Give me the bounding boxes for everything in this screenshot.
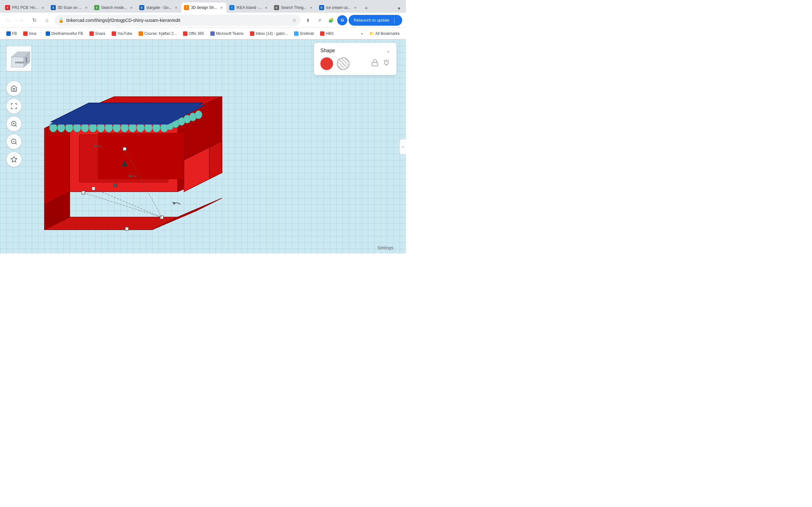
relaunch-more-icon: ⋮ xyxy=(392,17,397,24)
svg-line-15 xyxy=(388,60,389,61)
svg-marker-26 xyxy=(209,141,222,179)
svg-point-29 xyxy=(49,123,57,132)
svg-line-51 xyxy=(84,193,162,217)
bookmark-sniðmat-label: Sniðmát xyxy=(300,32,314,36)
tab-title-fr1: FR1 PCB: Ho... xyxy=(12,5,38,10)
tab-ikea[interactable]: I IKEA Ísland -... ✕ xyxy=(227,3,271,13)
lock-icon[interactable] xyxy=(371,59,379,68)
nav-bar: ← → ↻ ⌂ 🔒 tinkercad.com/things/jrl2ntogp… xyxy=(0,13,406,28)
bookmarks-bar: FB Inna Dreifnámsvefur FB Snara YouTube … xyxy=(0,28,406,39)
address-bar[interactable]: 🔒 tinkercad.com/things/jrl2ntogpCD-shiny… xyxy=(55,14,300,26)
tab-overflow-button[interactable]: ▾ xyxy=(395,4,403,13)
forward-button[interactable]: → xyxy=(16,15,27,25)
security-icon: 🔒 xyxy=(58,18,64,23)
relaunch-button[interactable]: Relaunch to update ⋮ xyxy=(349,15,402,26)
home-nav-button[interactable]: ⌂ xyxy=(42,15,52,25)
tab-favicon-3ddesign: T xyxy=(184,5,189,10)
back-button[interactable]: ← xyxy=(4,15,14,25)
tab-stargate[interactable]: G stargate - Go... ✕ xyxy=(137,3,181,13)
nav-actions: ⬇ ↗ 🧩 G Relaunch to update ⋮ xyxy=(303,15,402,26)
handle-center xyxy=(113,184,117,187)
tab-close-icecream[interactable]: ✕ xyxy=(353,5,358,10)
bookmark-hbs[interactable]: HBS xyxy=(317,30,336,37)
svg-point-31 xyxy=(65,123,73,132)
counter-shelf xyxy=(79,133,184,182)
svg-point-35 xyxy=(97,123,105,132)
settings-label[interactable]: Settings xyxy=(377,245,393,250)
bookmark-fb-label: FB xyxy=(12,32,17,36)
svg-point-42 xyxy=(153,123,160,132)
svg-line-14 xyxy=(384,60,385,61)
bookmark-youtube-label: YouTube xyxy=(117,32,132,36)
bulb-icon[interactable] xyxy=(383,59,390,68)
tab-title-3ddesign: 3D design Sh... xyxy=(191,5,217,10)
bookmarks-more-label: » xyxy=(361,32,363,36)
profile-icon[interactable]: G xyxy=(337,15,347,25)
tab-favicon-3dscan: 3 xyxy=(51,5,56,10)
tab-searchthings[interactable]: S Search Thing... ✕ xyxy=(271,3,316,13)
tab-icecream[interactable]: G ice cream ca... ✕ xyxy=(316,3,360,13)
svg-point-33 xyxy=(81,123,89,132)
solid-shape-button[interactable] xyxy=(320,57,333,70)
svg-point-34 xyxy=(89,123,97,132)
tab-close-3dscan[interactable]: ✕ xyxy=(84,5,89,10)
bookmark-fb[interactable]: FB xyxy=(4,30,19,37)
tab-3dscan[interactable]: 3 3D Scan on ... ✕ xyxy=(48,3,91,13)
svg-point-39 xyxy=(129,123,136,132)
tinkercad-viewport: FRONT RIGHT xyxy=(0,40,406,253)
extensions-icon[interactable]: 🧩 xyxy=(326,15,336,25)
tab-3ddesign[interactable]: T 3D design Sh... ✕ xyxy=(182,3,226,13)
tab-close-fr1[interactable]: ✕ xyxy=(40,5,45,10)
bookmark-msteams[interactable]: Microsoft Teams xyxy=(208,30,246,37)
tab-close-3ddesign[interactable]: ✕ xyxy=(219,5,224,10)
hole-shape-button[interactable] xyxy=(337,57,350,70)
bookmark-youtube[interactable]: YouTube xyxy=(109,30,135,37)
tab-close-searchmode[interactable]: ✕ xyxy=(129,5,134,10)
svg-point-30 xyxy=(57,123,65,132)
shape-panel-header: Shape ⌄ xyxy=(320,48,390,54)
tab-searchmode[interactable]: S Search mode... ✕ xyxy=(92,3,136,13)
3d-model-svg xyxy=(0,40,238,245)
shape-panel: Shape ⌄ xyxy=(314,43,397,75)
tab-title-stargate: stargate - Go... xyxy=(146,5,171,10)
tab-close-ikea[interactable]: ✕ xyxy=(264,5,269,10)
bookmark-offic365[interactable]: Offic 365 xyxy=(181,30,206,37)
relaunch-label: Relaunch to update xyxy=(354,18,390,22)
bookmark-dreifnamsvefur[interactable]: Dreifnámsvefur FB xyxy=(43,30,86,37)
bookmark-inna[interactable]: Inna xyxy=(20,30,39,37)
tab-favicon-stargate: G xyxy=(139,5,144,10)
tab-favicon-icecream: G xyxy=(319,5,324,10)
browser-chrome: F FR1 PCB: Ho... ✕ 3 3D Scan on ... ✕ S … xyxy=(0,0,406,40)
bookmark-snara-label: Snara xyxy=(95,32,105,36)
share-icon[interactable]: ↗ xyxy=(314,15,324,25)
bookmark-inbox[interactable]: Inbox (14) - gabri... xyxy=(247,30,290,37)
bookmark-inbox-label: Inbox (14) - gabri... xyxy=(256,32,288,36)
tab-title-searchthings: Search Thing... xyxy=(281,5,307,10)
tab-favicon-searchthings: S xyxy=(274,5,279,10)
tab-title-searchmode: Search mode... xyxy=(101,5,127,10)
bookmark-course[interactable]: Course: Þjálfari 2... xyxy=(136,30,179,37)
tab-title-icecream: ice cream ca... xyxy=(326,5,351,10)
svg-rect-11 xyxy=(372,62,378,66)
svg-marker-17 xyxy=(152,198,222,230)
shape-options xyxy=(320,57,390,70)
bookmark-star-icon[interactable]: ☆ xyxy=(292,17,297,23)
bookmark-snara[interactable]: Snara xyxy=(87,30,108,37)
refresh-button[interactable]: ↻ xyxy=(29,15,39,25)
tab-favicon-fr1: F xyxy=(5,5,10,10)
bookmark-allbookmarks[interactable]: 📁 All Bookmarks xyxy=(367,30,402,37)
new-tab-button[interactable]: + xyxy=(362,4,371,13)
shape-panel-collapse-button[interactable]: ⌄ xyxy=(386,48,390,53)
chevron-right-icon: › xyxy=(403,145,404,149)
bookmark-sniðmat[interactable]: Sniðmát xyxy=(292,30,316,37)
tab-close-stargate[interactable]: ✕ xyxy=(173,5,179,10)
svg-point-38 xyxy=(121,123,129,132)
download-icon[interactable]: ⬇ xyxy=(303,15,313,25)
right-panel-toggle[interactable]: › xyxy=(400,139,406,154)
tab-fr1[interactable]: F FR1 PCB: Ho... ✕ xyxy=(3,3,48,13)
bookmarks-more-button[interactable]: » xyxy=(358,30,366,37)
svg-point-32 xyxy=(73,123,81,132)
svg-point-40 xyxy=(137,123,144,132)
svg-point-49 xyxy=(195,111,202,119)
tab-close-searchthings[interactable]: ✕ xyxy=(309,5,314,10)
